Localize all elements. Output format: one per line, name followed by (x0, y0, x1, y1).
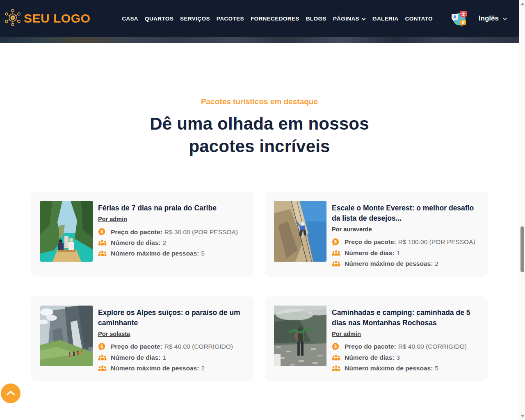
package-image[interactable] (40, 201, 93, 262)
users-icon (332, 260, 340, 267)
scroll-to-top-button[interactable] (1, 383, 21, 403)
section-title: Dê uma olhada em nossos pacotes incrívei… (124, 113, 395, 158)
chevron-down-icon (502, 14, 507, 23)
package-card: Escale o Monte Everest: o melhor desafio… (265, 192, 488, 277)
package-days-row: Número de dias: 1 (98, 354, 245, 361)
chevron-up-icon (7, 390, 15, 397)
package-days-row: Número de dias: 3 (332, 354, 479, 361)
package-title[interactable]: Férias de 7 dias na praia do Caribe (98, 203, 238, 213)
package-card: Caminhadas e camping: caminhada de 5 dia… (265, 296, 488, 381)
scrollbar-up-arrow[interactable] (520, 2, 525, 5)
package-price-row: $ Preço do pacote: R$ 30.00 (POR PESSOA) (98, 228, 238, 236)
package-image[interactable] (274, 201, 326, 262)
nav-item-servicos[interactable]: SERVIÇOS (180, 16, 210, 22)
svg-text:$: $ (334, 239, 337, 244)
svg-text:$: $ (100, 229, 103, 234)
main-nav: CASA QUARTOS SERVIÇOS PACOTES FORNECEDOR… (122, 16, 433, 22)
package-image[interactable] (274, 306, 326, 366)
featured-packages-section: Pacotes turísticos em destaque Dê uma ol… (0, 97, 519, 381)
package-card: Férias de 7 dias na praia do Caribe Por … (31, 192, 254, 277)
users-icon (98, 365, 107, 372)
comment-dollar-icon: $ (98, 228, 107, 236)
package-info: Férias de 7 dias na praia do Caribe Por … (98, 201, 238, 267)
chevron-down-icon (361, 16, 366, 22)
package-max-people-row: Número máximo de pessoas: 2 (332, 260, 479, 267)
logo-text: SEU LOGO (24, 11, 90, 25)
language-selector[interactable]: Inglês (479, 14, 507, 23)
package-author-link[interactable]: Por admin (98, 216, 127, 222)
users-icon (98, 250, 107, 257)
package-author-link[interactable]: Por admin (332, 331, 361, 337)
comment-dollar-icon: $ (98, 343, 107, 351)
package-price-row: $ Preço do pacote: R$ 100.00 (POR PESSOA… (332, 238, 479, 246)
scrollbar-thumb[interactable] (520, 226, 524, 272)
section-eyebrow: Pacotes turísticos em destaque (0, 97, 519, 106)
comment-dollar-icon: $ (332, 343, 340, 351)
site-logo[interactable]: SEU LOGO (4, 8, 90, 29)
package-max-people-row: Número máximo de pessoas: 5 (98, 250, 238, 257)
package-info: Escale o Monte Everest: o melhor desafio… (332, 201, 479, 267)
language-label: Inglês (479, 14, 499, 23)
package-info: Caminhadas e camping: caminhada de 5 dia… (332, 306, 479, 372)
svg-text:$: $ (100, 344, 103, 349)
scrollbar-down-arrow[interactable] (520, 415, 525, 418)
comment-dollar-icon: $ (332, 238, 340, 246)
svg-text:अ: अ (462, 21, 465, 25)
users-icon (332, 365, 340, 372)
nav-item-fornecedores[interactable]: FORNECEDORES (251, 16, 299, 22)
language-group: A 文 अ Inglês (451, 10, 507, 27)
nav-item-galeria[interactable]: GALERIA (372, 16, 399, 22)
package-info: Explore os Alpes suíços: o paraíso de um… (98, 306, 245, 372)
users-icon (98, 240, 107, 246)
package-days-row: Número de dias: 2 (98, 239, 238, 247)
package-author-link[interactable]: Por solasta (98, 331, 130, 337)
package-price-row: $ Preço do pacote: R$ 40.00 (CORRIGIDO) (332, 343, 479, 351)
hero-image-strip (0, 37, 519, 43)
users-icon (332, 250, 340, 256)
package-max-people-row: Número máximo de pessoas: 2 (98, 365, 245, 372)
package-title[interactable]: Escale o Monte Everest: o melhor desafio… (332, 203, 479, 224)
nav-item-pacotes[interactable]: PACOTES (217, 16, 244, 22)
logo-icon (4, 8, 21, 29)
package-image[interactable] (40, 306, 93, 366)
translate-globe-icon[interactable]: A 文 अ (451, 10, 468, 27)
package-title[interactable]: Caminhadas e camping: caminhada de 5 dia… (332, 308, 479, 328)
svg-text:$: $ (334, 344, 337, 349)
package-card: Explore os Alpes suíços: o paraíso de um… (31, 296, 254, 381)
nav-item-contato[interactable]: CONTATO (405, 16, 433, 22)
nav-item-quartos[interactable]: QUARTOS (145, 16, 173, 22)
site-header: SEU LOGO CASA QUARTOS SERVIÇOS PACOTES F… (0, 0, 519, 37)
package-days-row: Número de dias: 1 (332, 249, 479, 257)
package-max-people-row: Número máximo de pessoas: 5 (332, 365, 479, 372)
package-price-row: $ Preço do pacote: R$ 40.00 (CORRIGIDO) (98, 343, 245, 351)
package-author-link[interactable]: Por auraverde (332, 226, 372, 233)
package-title[interactable]: Explore os Alpes suíços: o paraíso de um… (98, 308, 245, 328)
nav-item-casa[interactable]: CASA (122, 16, 138, 22)
vertical-scrollbar[interactable] (519, 0, 525, 420)
users-icon (98, 354, 107, 361)
nav-item-blogs[interactable]: BLOGS (306, 16, 326, 22)
page: SEU LOGO CASA QUARTOS SERVIÇOS PACOTES F… (0, 0, 519, 420)
svg-text:A: A (453, 14, 457, 19)
users-icon (332, 354, 340, 361)
svg-text:文: 文 (461, 12, 466, 16)
packages-grid: Férias de 7 dias na praia do Caribe Por … (31, 192, 488, 381)
nav-item-paginas[interactable]: PÁGINAS (333, 16, 366, 22)
